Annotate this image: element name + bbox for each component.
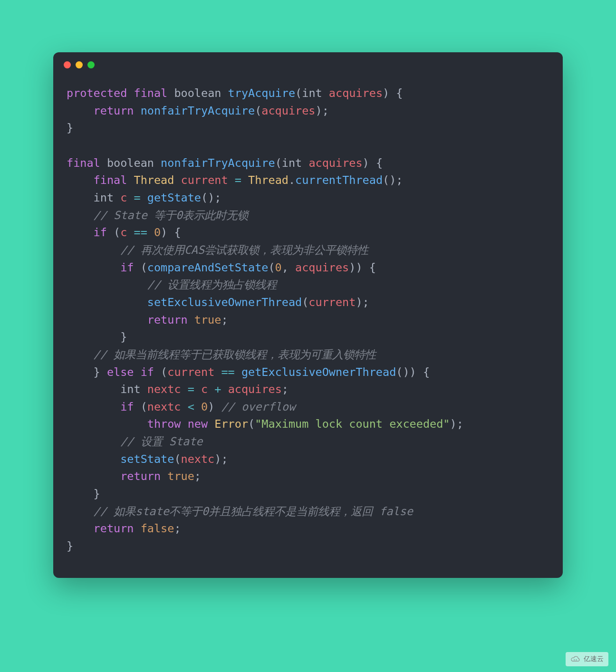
code-token: == [221,365,234,379]
code-token: // 设置 State [120,435,202,448]
code-token: protected [67,86,127,100]
code-token: () [383,173,396,187]
code-token: setState [120,452,174,466]
code-token: = [235,173,241,187]
code-token: return [94,104,134,117]
code-token: ; [221,452,228,466]
code-window: protected final boolean tryAcquire(int a… [53,52,563,578]
code-token: // 再次使用CAS尝试获取锁，表现为非公平锁特性 [120,243,368,257]
code-token: nonfairTryAcquire [161,156,275,170]
code-token [67,470,120,483]
code-token: int [94,191,114,204]
code-token: false [141,522,174,535]
code-token: { [389,86,403,100]
code-token [67,400,120,413]
code-token [67,383,120,396]
code-block: protected final boolean tryAcquire(int a… [53,77,563,578]
code-token [100,365,107,379]
code-token: { [369,156,383,170]
code-token: // State 等于0表示此时无锁 [94,209,248,222]
minimize-icon[interactable] [76,61,83,68]
code-token: setExclusiveOwnerThread [147,296,302,309]
code-token: } [67,121,73,134]
code-token [188,313,194,326]
code-token: } [94,487,100,500]
code-token: // 如果当前线程等于已获取锁线程，表现为可重入锁特性 [94,348,376,361]
code-token [235,365,241,379]
code-token [241,173,248,187]
code-token: acquires [295,261,349,274]
code-token [322,86,329,100]
code-token: ; [282,383,289,396]
code-token [67,243,120,257]
code-token [181,400,188,413]
code-token: ; [457,417,463,431]
code-token: nextc [147,400,181,413]
code-token: return [94,522,134,535]
code-token: 0 [201,400,208,413]
code-token [67,522,94,535]
code-token: int [302,86,322,100]
code-token [67,330,120,344]
code-token: acquires [308,156,362,170]
code-token: { [363,261,376,274]
code-token [67,452,120,466]
code-token: else [107,365,134,379]
code-token: ) [208,400,214,413]
code-token: current [167,365,214,379]
code-token: ( [134,261,147,274]
code-token: true [167,470,194,483]
code-token [214,400,221,413]
code-token: currentThread [295,173,383,187]
code-token [114,191,120,204]
code-token: 0 [275,261,282,274]
code-token [67,313,147,326]
code-token: "Maximum lock count exceeded" [255,417,450,431]
close-icon[interactable] [64,61,71,68]
code-token: final [134,86,168,100]
code-token: . [289,173,295,187]
code-token: ; [363,296,369,309]
code-token [67,435,120,448]
code-token: nextc [147,383,181,396]
code-token: acquires [228,383,282,396]
code-token: ; [322,104,329,117]
code-token: == [134,226,147,239]
code-token [161,470,167,483]
code-token: getState [147,191,201,204]
code-token: boolean [174,86,221,100]
code-token [67,261,120,274]
code-token: getExclusiveOwnerThread [241,365,396,379]
code-token [221,383,228,396]
code-token: true [194,313,221,326]
code-token: ) [363,156,369,170]
code-token [127,86,134,100]
code-token: return [120,470,161,483]
code-token: final [67,156,100,170]
code-token [67,487,94,500]
code-token: current [308,296,356,309]
code-token: nonfairTryAcquire [141,104,255,117]
code-token: nextc [181,452,215,466]
code-token: current [181,173,228,187]
code-token: ( [268,261,275,274]
code-token: if [94,226,107,239]
code-token: ( [154,365,167,379]
code-token [127,191,134,204]
code-token: ; [396,173,403,187]
code-token [167,86,174,100]
code-token [181,383,188,396]
maximize-icon[interactable] [87,61,95,68]
code-token: , [282,261,289,274]
code-token: acquires [261,104,315,117]
code-token [194,383,201,396]
code-token: ) [356,296,362,309]
code-token: throw [147,417,181,431]
code-token: c [120,191,127,204]
code-token: { [167,226,181,239]
code-token [208,383,214,396]
code-token: if [120,261,134,274]
code-token: ; [221,313,228,326]
svg-point-1 [576,659,577,660]
code-token: + [214,383,221,396]
